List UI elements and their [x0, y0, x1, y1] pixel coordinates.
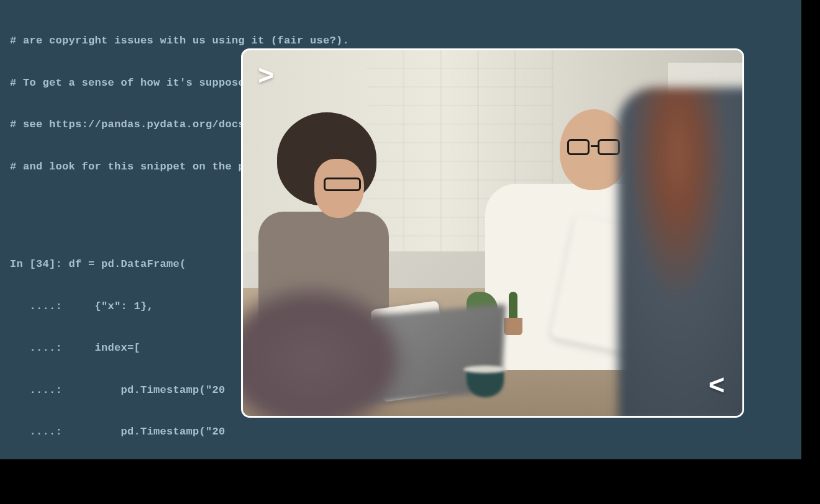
app-canvas: # are copyright issues with us using it …: [0, 0, 801, 459]
bracket-close-icon: <: [709, 371, 725, 402]
meeting-photo: [243, 50, 742, 416]
person-right-blur-icon: [618, 88, 744, 418]
code-line: # are copyright issues with us using it …: [10, 34, 791, 48]
cactus-icon: [504, 292, 522, 335]
photo-overlay-card[interactable]: > <: [241, 48, 744, 418]
bracket-open-icon: >: [258, 61, 274, 92]
code-line: ....: pd.Timestamp("20: [10, 425, 791, 439]
